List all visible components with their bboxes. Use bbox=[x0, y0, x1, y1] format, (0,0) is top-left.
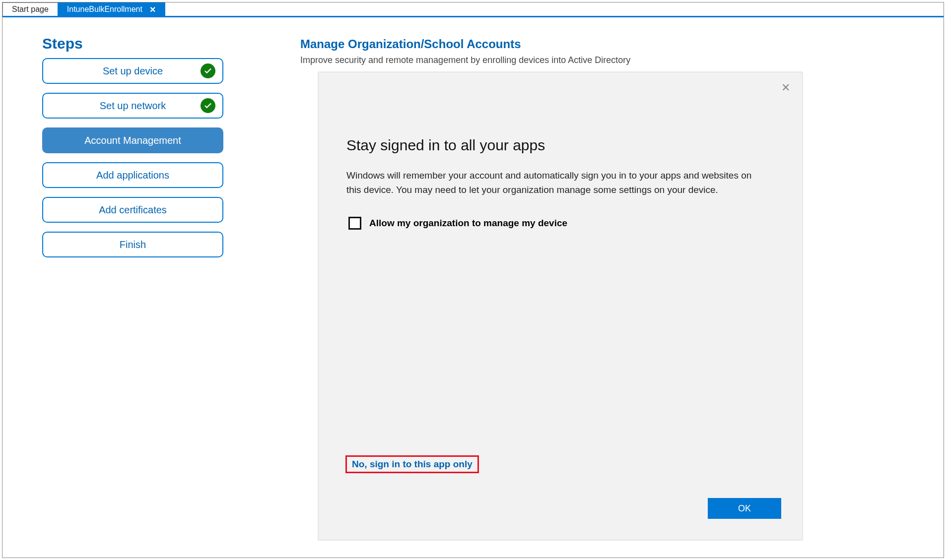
dialog-close-button[interactable]: ✕ bbox=[781, 81, 790, 94]
step-finish[interactable]: Finish bbox=[42, 232, 223, 257]
step-label: Add certificates bbox=[99, 204, 167, 216]
step-label: Account Management bbox=[84, 135, 181, 146]
step-set-up-network[interactable]: Set up network bbox=[42, 93, 223, 119]
check-circle-icon bbox=[201, 63, 215, 78]
tab-start-page[interactable]: Start page bbox=[2, 2, 58, 16]
close-icon[interactable]: ✕ bbox=[149, 5, 156, 14]
sign-in-this-app-only-link[interactable]: No, sign in to this app only bbox=[352, 459, 473, 469]
tab-bar: Start page IntuneBulkEnrollment ✕ bbox=[2, 2, 944, 17]
step-add-certificates[interactable]: Add certificates bbox=[42, 197, 223, 223]
tab-start-label: Start page bbox=[12, 5, 49, 14]
tab-active-label: IntuneBulkEnrollment bbox=[67, 5, 142, 14]
highlight-box: No, sign in to this app only bbox=[345, 455, 479, 473]
dialog-title: Stay signed in to all your apps bbox=[346, 137, 774, 154]
step-label: Set up device bbox=[103, 65, 163, 77]
page-title: Manage Organization/School Accounts bbox=[300, 37, 920, 51]
steps-sidebar: Steps Set up device Set up network Accou… bbox=[42, 35, 241, 266]
stay-signed-in-dialog: ✕ Stay signed in to all your apps Window… bbox=[318, 72, 803, 540]
checkbox-icon bbox=[348, 217, 361, 230]
checkbox-label: Allow my organization to manage my devic… bbox=[369, 218, 567, 229]
page-subtitle: Improve security and remote management b… bbox=[300, 55, 920, 65]
tab-intune-bulk-enrollment[interactable]: IntuneBulkEnrollment ✕ bbox=[58, 2, 165, 16]
step-account-management[interactable]: Account Management bbox=[42, 127, 223, 153]
step-label: Add applications bbox=[96, 170, 169, 181]
step-set-up-device[interactable]: Set up device bbox=[42, 58, 223, 84]
step-label: Finish bbox=[120, 239, 146, 250]
dialog-body-text: Windows will remember your account and a… bbox=[346, 169, 768, 197]
step-add-applications[interactable]: Add applications bbox=[42, 162, 223, 188]
close-icon: ✕ bbox=[781, 81, 790, 94]
ok-button[interactable]: OK bbox=[708, 498, 781, 519]
allow-manage-checkbox[interactable]: Allow my organization to manage my devic… bbox=[348, 217, 774, 230]
steps-title: Steps bbox=[42, 35, 241, 52]
check-circle-icon bbox=[201, 98, 215, 113]
step-label: Set up network bbox=[100, 100, 166, 112]
